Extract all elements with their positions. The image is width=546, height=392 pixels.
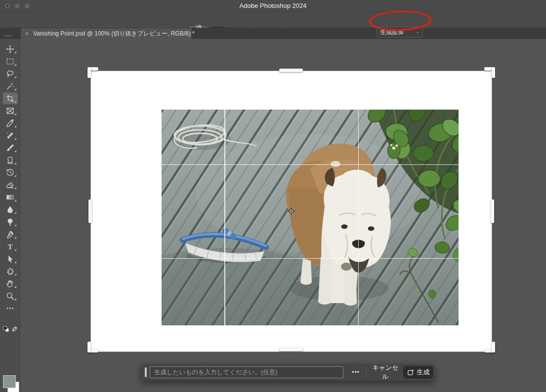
tool-lasso[interactable] [3,68,18,79]
frame-icon [6,107,14,115]
chevron-down-icon: ⌄ [416,30,420,34]
path-select-icon [6,255,14,263]
generate-button[interactable]: 生成 [403,366,433,379]
svg-text:T: T [8,242,13,250]
crop-gridline-vertical-2 [358,71,359,352]
move-icon [6,45,14,53]
crop-gridline-horizontal-2 [91,258,492,259]
tool-spot-healing-brush[interactable] [3,129,18,141]
wand-icon [6,82,14,90]
history-icon [6,168,14,177]
tool-eraser[interactable] [3,179,18,191]
tool-path-selection[interactable] [3,253,18,265]
toolbar-grip[interactable] [4,35,12,37]
tool-brush[interactable] [3,142,18,154]
pen-icon [6,230,14,238]
tool-type[interactable]: T [3,240,18,252]
swap-colors-icon[interactable] [6,325,23,332]
contextual-task-bar: ••• キャンセル 生成 [141,364,435,381]
window-title: Adobe Photoshop 2024 [0,0,546,12]
generate-icon [407,369,415,376]
document-tab-title: Vanishing Point.psd @ 100% (切り抜きプレビュー, R… [33,30,194,38]
tool-blur[interactable] [3,203,18,215]
tool-gradient[interactable] [3,191,18,203]
tool-clone-stamp[interactable] [3,154,18,166]
hand-icon [6,279,14,288]
healing-icon [6,131,14,140]
cancel-button[interactable]: キャンセル [369,366,402,379]
ellipsis-icon [6,304,14,313]
tool-more-tools[interactable] [3,302,18,314]
tool-eyedropper[interactable] [3,117,18,129]
eraser-icon [6,181,14,189]
gradient-icon [6,193,14,201]
crop-gridline-horizontal-1 [91,164,492,165]
tools-panel: T [0,39,20,392]
lasso-icon [6,70,14,78]
crop-handle-bottom[interactable] [279,348,303,351]
foreground-color-swatch[interactable] [3,375,16,388]
crop-handle-top[interactable] [279,69,303,72]
crop-icon [6,94,14,103]
zoom-icon [6,292,14,300]
tool-zoom[interactable] [3,290,18,302]
document-tab[interactable]: ✕ Vanishing Point.psd @ 100% (切り抜きプレビュー,… [21,28,192,39]
crop-handle-top-left[interactable] [87,67,91,78]
marquee-icon [6,57,14,66]
tool-list: T [0,42,20,314]
tool-crop[interactable] [3,92,18,104]
stamp-icon [6,156,14,164]
tool-dodge[interactable] [3,216,18,228]
tab-close-icon[interactable]: ✕ [25,31,29,37]
tool-history-brush[interactable] [3,166,18,178]
crop-handle-top-right[interactable] [492,67,495,78]
tool-frame[interactable] [3,105,18,117]
tool-move[interactable] [3,43,18,55]
crop-handle-bottom-left[interactable] [87,342,91,353]
crop-handle-right[interactable] [491,199,494,223]
crop-center-pivot [286,206,296,216]
type-icon: T [6,242,14,251]
options-bar: ⌄ 比率⌄ 消去 角度補正 ✓ 切り抜いたピクセルを削除 塗り : 生成拡張⌄ [0,12,546,28]
title-bar: Adobe Photoshop 2024 [0,0,546,12]
shape-icon [6,267,14,275]
tool-object-selection[interactable] [3,80,18,92]
tool-hand[interactable] [3,277,18,289]
tool-rectangular-marquee[interactable] [3,55,18,67]
crop-gridline-vertical-1 [224,71,225,352]
tool-pen[interactable] [3,228,18,240]
tool-custom-shape[interactable] [3,265,18,277]
fill-method-dropdown[interactable]: 生成拡張⌄ [377,27,423,38]
eyedropper-icon [6,119,14,127]
divider [366,367,367,377]
task-bar-grip[interactable] [145,367,147,377]
more-options-icon[interactable]: ••• [348,367,363,378]
brush-icon [6,144,14,152]
generative-prompt-input[interactable] [150,366,343,378]
dodge-icon [6,218,14,226]
crop-handle-bottom-right[interactable] [492,342,495,353]
blur-icon [6,205,14,214]
crop-preview-image[interactable] [162,110,459,325]
photoshop-window: Adobe Photoshop 2024 ⌄ 比率⌄ 消去 角度補正 ✓ 切り抜… [0,0,546,392]
crop-handle-left[interactable] [88,199,92,223]
